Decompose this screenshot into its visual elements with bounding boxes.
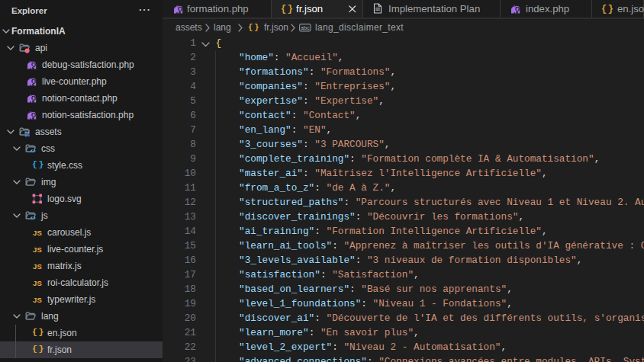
svg-text:abc: abc: [301, 24, 310, 31]
